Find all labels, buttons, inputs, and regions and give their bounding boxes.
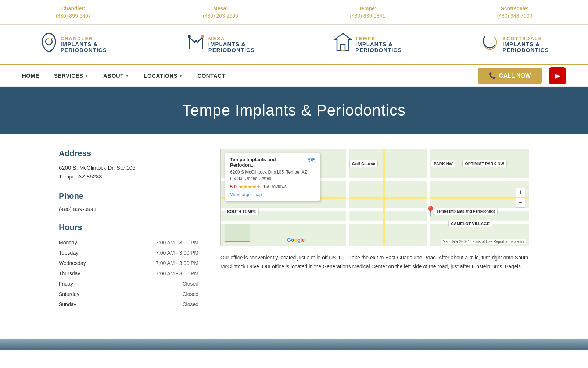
main-content: Address 6200 S. McClintock Dr, Ste 105 T…: [0, 134, 588, 324]
hours-row: SundayClosed: [59, 299, 198, 309]
chandler-phone: (480) 899-6407: [56, 13, 91, 19]
locations-dropdown-arrow: ▼: [179, 74, 183, 78]
svg-point-3: [201, 35, 204, 38]
mesa-label: Mesa:: [213, 6, 228, 11]
tempe-logo-icon: [333, 32, 352, 57]
hours-time: 7:00 AM - 3:00 PM: [113, 248, 198, 258]
location-tempe[interactable]: Tempe: (480) 839-0841: [294, 0, 441, 24]
logo-scottsdale[interactable]: Scottsdale Implants & Periodontics: [441, 25, 588, 64]
chandler-label: Chandler:: [61, 6, 85, 11]
about-dropdown-arrow: ▼: [125, 74, 129, 78]
svg-point-0: [47, 38, 49, 39]
location-chandler[interactable]: Chandler: (480) 899-6407: [0, 0, 147, 24]
location-scottsdale[interactable]: Scottsdale: (480) 948-7000: [441, 0, 588, 24]
phone-heading: Phone: [59, 191, 198, 201]
hours-day: Saturday: [59, 289, 113, 299]
map-footer: Map data ©2021 Terms of Use Report a map…: [441, 239, 526, 244]
location-description: Our office is conveniently located just …: [220, 254, 529, 271]
left-column: Address 6200 S. McClintock Dr, Ste 105 T…: [59, 149, 198, 309]
popup-title: Tempe Implants and Periodon...: [230, 157, 296, 168]
logos-bar: Chandler Implants & Periodontics Mesa Im…: [0, 25, 588, 65]
hours-row: Thursday7:00 AM - 3:00 PM: [59, 268, 198, 279]
hours-table: Monday7:00 AM - 3:00 PMTuesday7:00 AM - …: [59, 237, 198, 309]
address-text: 6200 S. McClintock Dr, Ste 105 Tempe, AZ…: [59, 163, 198, 181]
tempe-logo-text: Tempe Implants & Periodontics: [355, 36, 402, 53]
tempe-phone: (480) 839-0841: [350, 13, 385, 19]
scottsdale-logo-icon: [480, 32, 499, 57]
road-v1: [346, 149, 349, 246]
hours-time: 7:00 AM - 3:00 PM: [113, 237, 198, 248]
right-column: PARK NW OPTIMIST PARK NW SOUTH TEMPE OPT…: [220, 149, 529, 271]
zoom-in-button[interactable]: +: [516, 188, 525, 197]
hours-time: 7:00 AM - 3:00 PM: [113, 258, 198, 268]
hours-day: Tuesday: [59, 248, 113, 258]
phone-icon: 📞: [489, 72, 496, 79]
camelot-village-label: CAMELOT VILLAGE: [448, 220, 492, 227]
hours-day: Wednesday: [59, 258, 113, 268]
hours-heading: Hours: [59, 223, 198, 232]
nav-links: HOME SERVICES ▼ ABOUT ▼ LOCATIONS ▼ CONT…: [22, 72, 478, 79]
optimist-park-label: OPTIMIST PARK NW: [462, 160, 507, 167]
services-dropdown-arrow: ▼: [85, 74, 89, 78]
scottsdale-phone: (480) 948-7000: [497, 13, 533, 19]
bottom-bar: [0, 339, 588, 350]
svg-point-1: [51, 38, 53, 39]
scottsdale-logo-text: Scottsdale Implants & Periodontics: [502, 36, 549, 53]
call-now-button[interactable]: 📞 CALL NOW: [478, 68, 542, 84]
logo-tempe[interactable]: Tempe Implants & Periodontics: [294, 25, 441, 64]
navigation: HOME SERVICES ▼ ABOUT ▼ LOCATIONS ▼ CONT…: [0, 65, 588, 87]
hours-time: Closed: [113, 289, 198, 299]
mesa-logo-icon: [186, 32, 205, 57]
hours-row: FridayClosed: [59, 279, 198, 289]
hours-time: 7:00 AM - 3:00 PM: [113, 268, 198, 279]
tempe-label: Tempe:: [359, 6, 377, 11]
hours-row: Monday7:00 AM - 3:00 PM: [59, 237, 198, 248]
logo-chandler[interactable]: Chandler Implants & Periodontics: [0, 25, 147, 64]
hours-time: Closed: [113, 279, 198, 289]
popup-address: 6200 S McClintock Dr #105, Tempe, AZ 852…: [230, 169, 315, 182]
address-line2: Tempe, AZ 85283: [59, 172, 198, 181]
review-count: 166 reviews: [263, 184, 287, 189]
map-popup: Tempe Implants and Periodon... 🗺 6200 S …: [225, 153, 320, 201]
logo-mesa[interactable]: Mesa Implants & Periodontics: [147, 25, 294, 64]
hours-time: Closed: [113, 299, 198, 309]
hours-day: Friday: [59, 279, 113, 289]
hours-row: Wednesday7:00 AM - 3:00 PM: [59, 258, 198, 268]
nav-services[interactable]: SERVICES ▼: [54, 72, 89, 79]
chandler-logo-text: Chandler Implants & Periodontics: [61, 36, 107, 53]
nav-contact[interactable]: CONTACT: [197, 72, 225, 79]
directions-icon[interactable]: 🗺: [308, 157, 315, 164]
location-mesa[interactable]: Mesa: (480) 203-2666: [147, 0, 294, 24]
hours-day: Thursday: [59, 268, 113, 279]
hours-day: Sunday: [59, 299, 113, 309]
road-v3: [427, 149, 430, 246]
road-v2: [383, 149, 385, 246]
svg-point-2: [188, 35, 191, 38]
zoom-out-button[interactable]: −: [516, 198, 525, 208]
rating-score: 5.0: [230, 184, 237, 190]
nav-locations[interactable]: LOCATIONS ▼: [144, 72, 183, 79]
address-line1: 6200 S. McClintock Dr, Ste 105: [59, 163, 198, 172]
map-zoom-controls: + −: [516, 188, 525, 208]
nav-about[interactable]: ABOUT ▼: [103, 72, 129, 79]
popup-rating: 5.0 ★★★★★ 166 reviews: [230, 184, 315, 190]
youtube-icon: ▶: [555, 72, 560, 80]
youtube-button[interactable]: ▶: [549, 67, 566, 84]
nav-home[interactable]: HOME: [22, 72, 39, 79]
hours-day: Monday: [59, 237, 113, 248]
hours-row: SaturdayClosed: [59, 289, 198, 299]
view-larger-link[interactable]: View larger map: [230, 192, 262, 197]
mesa-logo-text: Mesa Implants & Periodontics: [208, 36, 255, 53]
map-container[interactable]: PARK NW OPTIMIST PARK NW SOUTH TEMPE OPT…: [220, 149, 529, 246]
page-title: Tempe Implants & Periodontics: [7, 102, 581, 119]
chandler-logo-icon: [40, 32, 58, 57]
south-tempe-label: SOUTH TEMPE: [225, 208, 259, 215]
phone-number: (480) 839-0841: [59, 206, 198, 212]
locations-bar: Chandler: (480) 899-6407 Mesa: (480) 203…: [0, 0, 588, 25]
call-now-label: CALL NOW: [499, 72, 531, 79]
hours-row: Tuesday7:00 AM - 3:00 PM: [59, 248, 198, 258]
mesa-phone: (480) 203-2666: [203, 13, 238, 19]
park-nw-label: PARK NW: [431, 160, 455, 167]
golf-course-label: Golf Course: [349, 160, 378, 167]
google-logo: Google: [287, 237, 305, 243]
